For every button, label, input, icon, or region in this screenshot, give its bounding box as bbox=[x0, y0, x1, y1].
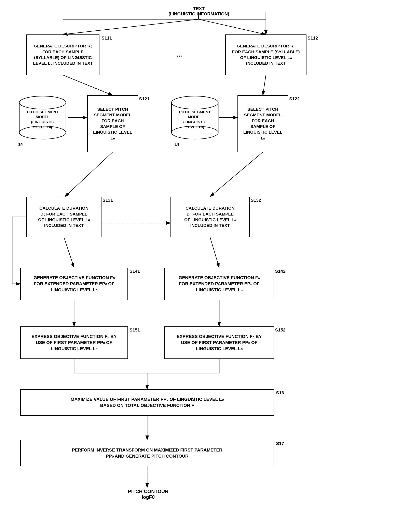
s16-label: S16 bbox=[276, 390, 284, 396]
top-title: TEXT(LINGUISTIC INFORMATION) bbox=[162, 6, 236, 17]
s151-label: S151 bbox=[130, 327, 140, 333]
svg-line-23 bbox=[210, 152, 263, 197]
svg-line-28 bbox=[210, 237, 219, 268]
s132-box: CALCULATE DURATIONDₙ FOR EACH SAMPLEOF L… bbox=[170, 197, 250, 237]
svg-point-5 bbox=[19, 96, 66, 109]
cylinder-left: PITCH SEGMENTMODEL(LINGUISTICLEVEL L₀) bbox=[18, 95, 67, 140]
cyl-right-text: PITCH SEGMENTMODEL(LINGUISTICLEVEL Lₙ) bbox=[177, 108, 213, 132]
cyl-14-left: 14 bbox=[18, 142, 23, 147]
svg-line-19 bbox=[263, 75, 266, 95]
s111-label: S111 bbox=[101, 36, 112, 41]
svg-line-27 bbox=[64, 237, 74, 268]
s121-label: S121 bbox=[139, 96, 149, 102]
flowchart-diagram: TEXT(LINGUISTIC INFORMATION) GENERATE DE… bbox=[0, 0, 397, 532]
s121-box: SELECT PITCHSEGMENT MODELFOR EACHSAMPLE … bbox=[87, 95, 138, 152]
cyl-left-text: PITCH SEGMENTMODEL(LINGUISTICLEVEL L₀) bbox=[25, 108, 61, 132]
s122-label: S122 bbox=[289, 96, 300, 102]
bottom-label: PITCH CONTOURlogF0 bbox=[112, 489, 185, 500]
svg-line-14 bbox=[63, 19, 198, 35]
s132-label: S132 bbox=[251, 198, 261, 203]
s131-label: S131 bbox=[103, 198, 113, 203]
s112-label: S112 bbox=[308, 36, 318, 41]
s151-box: EXPRESS OBJECTIVE FUNCTION F₀ BYUSE OF F… bbox=[20, 326, 128, 359]
s142-box: GENERATE OBJECTIVE FUNCTION FₙFOR EXTEND… bbox=[164, 268, 274, 300]
s152-box: EXPRESS OBJECTIVE FUNCTION Fₙ BYUSE OF F… bbox=[164, 326, 274, 359]
cyl-14-right: 14 bbox=[174, 142, 179, 147]
s112-box: GENERATE DESCRIPTOR RₙFOR EACH SAMPLE (S… bbox=[225, 35, 306, 75]
s131-box: CALCULATE DURATIOND₀ FOR EACH SAMPLEOF L… bbox=[26, 197, 101, 237]
dots-label: ... bbox=[177, 51, 182, 58]
svg-line-18 bbox=[63, 75, 113, 95]
s141-box: GENERATE OBJECTIVE FUNCTION F₀FOR EXTEND… bbox=[20, 268, 128, 300]
s141-label: S141 bbox=[130, 269, 140, 274]
cylinder-right: PITCH SEGMENTMODEL(LINGUISTICLEVEL Lₙ) bbox=[170, 95, 219, 140]
svg-line-15 bbox=[198, 19, 266, 35]
s17-box: PERFORM INVERSE TRANSFORM ON MAXIMIZED F… bbox=[20, 440, 274, 466]
s142-label: S142 bbox=[275, 269, 285, 274]
s152-label: S152 bbox=[275, 327, 285, 333]
s17-label: S17 bbox=[276, 441, 284, 446]
s122-box: SELECT PITCHSEGMENT MODELFOR EACHSAMPLE … bbox=[237, 95, 288, 152]
s16-box: MAXIMIZE VALUE OF FIRST PARAMETER PP₀ OF… bbox=[20, 389, 274, 416]
svg-point-11 bbox=[172, 96, 218, 109]
svg-line-22 bbox=[65, 152, 113, 197]
s111-box: GENERATE DESCRIPTOR R₀FOR EACH SAMPLE(SY… bbox=[26, 35, 99, 75]
